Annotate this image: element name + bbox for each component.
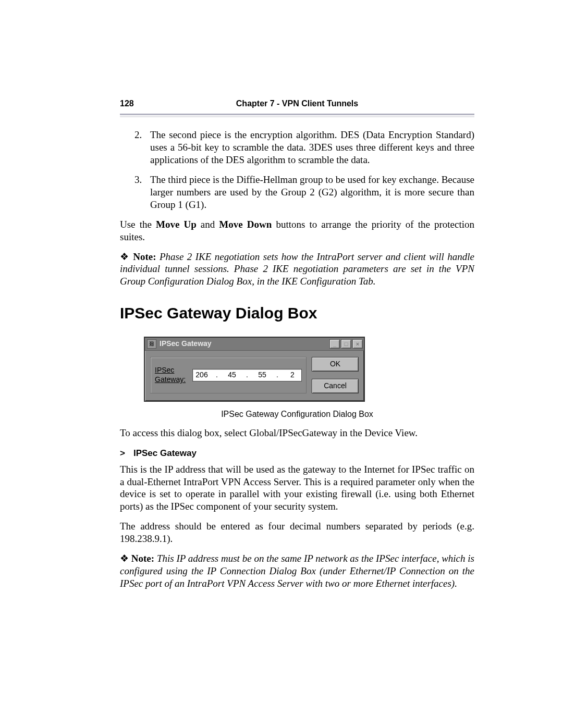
ip-dot: . bbox=[239, 371, 255, 380]
section-heading: IPSec Gateway Dialog Box bbox=[120, 303, 474, 323]
ip-octet-4[interactable]: 2 bbox=[286, 371, 299, 380]
list-text: The third piece is the Diffie-Hellman gr… bbox=[150, 174, 474, 211]
ip-octet-1[interactable]: 206 bbox=[195, 371, 209, 380]
note-bullet-icon: ❖ bbox=[120, 553, 129, 564]
header-rule-top bbox=[120, 114, 474, 115]
note-label: Note: bbox=[129, 553, 157, 564]
dialog-title: IPSec Gateway bbox=[160, 339, 328, 349]
minimize-button[interactable]: _ bbox=[329, 339, 340, 349]
note-label: Note: bbox=[130, 251, 160, 262]
cancel-button[interactable]: Cancel bbox=[312, 379, 359, 393]
list-number: 2. bbox=[134, 129, 150, 166]
note-block: ❖ Note: Phase 2 IKE negotiation sets how… bbox=[120, 251, 474, 288]
figure-caption: IPSec Gateway Configuration Dialog Box bbox=[120, 409, 474, 419]
ipsec-gateway-label: IPSec Gateway: bbox=[155, 366, 187, 384]
gateway-paragraph-1: This is the IP address that will be used… bbox=[120, 463, 474, 513]
text: Use the bbox=[120, 219, 156, 230]
chevron-right-icon: > bbox=[120, 448, 125, 458]
sub-heading-text: IPSec Gateway bbox=[133, 448, 197, 458]
app-icon: ⛓ bbox=[147, 339, 156, 349]
ip-address-input[interactable]: 206 . 45 . 55 . 2 bbox=[192, 369, 302, 381]
ipsec-gateway-dialog: ⛓ IPSec Gateway _ □ × IPSec Gateway: 206… bbox=[144, 337, 365, 402]
list-item: 2. The second piece is the encryption al… bbox=[120, 129, 474, 166]
ip-dot: . bbox=[269, 371, 286, 380]
ip-dot: . bbox=[209, 371, 225, 380]
note-text: Phase 2 IKE negotiation sets how the Int… bbox=[120, 251, 474, 287]
ip-octet-3[interactable]: 55 bbox=[255, 371, 269, 380]
close-button[interactable]: × bbox=[352, 339, 363, 349]
page-number: 128 bbox=[120, 99, 134, 108]
list-number: 3. bbox=[134, 174, 150, 211]
moveup-paragraph: Use the Move Up and Move Down buttons to… bbox=[120, 218, 474, 243]
movedown-label: Move Down bbox=[219, 219, 272, 230]
note-block: ❖ Note: This IP address must be on the s… bbox=[120, 552, 474, 590]
access-paragraph: To access this dialog box, select Global… bbox=[120, 427, 474, 439]
list-item: 3. The third piece is the Diffie-Hellman… bbox=[120, 174, 474, 211]
dialog-form-group: IPSec Gateway: 206 . 45 . 55 . 2 bbox=[150, 357, 307, 393]
note-text: This IP address must be on the same IP n… bbox=[120, 553, 474, 589]
page-header: 128 Chapter 7 - VPN Client Tunnels 000 bbox=[120, 99, 474, 108]
dialog-titlebar: ⛓ IPSec Gateway _ □ × bbox=[145, 338, 364, 351]
page: 128 Chapter 7 - VPN Client Tunnels 000 2… bbox=[0, 0, 563, 728]
dialog-figure: ⛓ IPSec Gateway _ □ × IPSec Gateway: 206… bbox=[144, 337, 474, 402]
chapter-title: Chapter 7 - VPN Client Tunnels bbox=[236, 99, 358, 108]
numbered-list: 2. The second piece is the encryption al… bbox=[120, 129, 474, 211]
moveup-label: Move Up bbox=[156, 219, 197, 230]
gateway-paragraph-2: The address should be entered as four de… bbox=[120, 520, 474, 545]
ok-button[interactable]: OK bbox=[312, 357, 359, 372]
list-text: The second piece is the encryption algor… bbox=[150, 129, 474, 166]
dialog-body: IPSec Gateway: 206 . 45 . 55 . 2 OK bbox=[145, 351, 364, 401]
text: and bbox=[197, 219, 219, 230]
body: 2. The second piece is the encryption al… bbox=[120, 129, 474, 590]
header-rule-bottom bbox=[120, 116, 474, 117]
dialog-buttons: OK Cancel bbox=[307, 357, 359, 393]
sub-heading: >IPSec Gateway bbox=[120, 448, 474, 459]
note-bullet-icon: ❖ bbox=[120, 251, 130, 262]
maximize-button[interactable]: □ bbox=[341, 339, 351, 349]
ip-octet-2[interactable]: 45 bbox=[225, 371, 239, 380]
